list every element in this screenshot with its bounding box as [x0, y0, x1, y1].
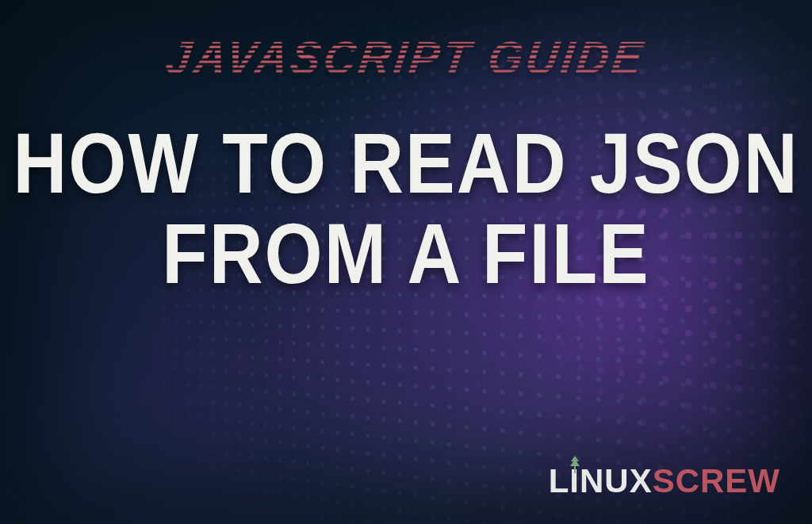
promo-banner: JAVASCRIPT GUIDE HOW TO READ JSON FROM A… — [0, 0, 812, 524]
logo-text-nux: NUX — [580, 462, 653, 500]
logo-text-l: L — [549, 462, 570, 500]
banner-subtitle: JAVASCRIPT GUIDE — [163, 32, 649, 83]
title-line-1: HOW TO READ JSON — [13, 119, 799, 208]
brand-logo: L INUXSCREW — [549, 462, 780, 500]
logo-text-i: I — [569, 462, 580, 500]
title-line-2: FROM A FILE — [13, 209, 799, 299]
banner-title: HOW TO READ JSON FROM A FILE — [13, 119, 799, 299]
svg-marker-0 — [570, 456, 580, 473]
tree-icon — [569, 456, 580, 477]
logo-text-screw: SCREW — [653, 462, 780, 500]
